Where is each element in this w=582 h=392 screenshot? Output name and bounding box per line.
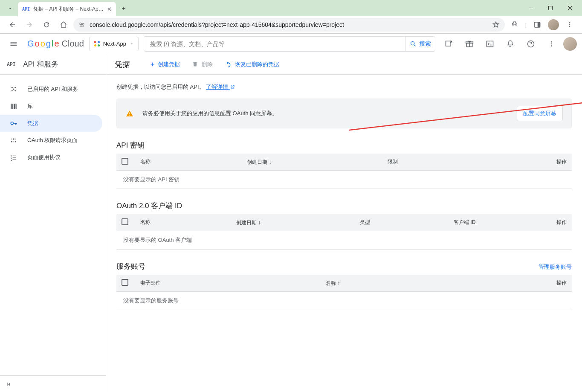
- api-keys-table: 名称 创建日期 ↓ 限制 操作 没有要显示的 API 密钥: [116, 154, 572, 189]
- close-icon[interactable]: ✕: [107, 6, 112, 12]
- svg-rect-31: [15, 139, 16, 140]
- select-all-checkbox[interactable]: [122, 158, 128, 165]
- user-avatar[interactable]: [563, 37, 577, 51]
- more-menu-icon[interactable]: [543, 35, 560, 52]
- svg-rect-35: [8, 382, 8, 386]
- sidebar-item-credentials[interactable]: 凭据: [0, 115, 102, 132]
- maximize-icon[interactable]: [541, 2, 560, 15]
- consent-icon: [9, 136, 18, 144]
- sidebar-item-oauth-consent[interactable]: OAuth 权限请求页面: [0, 132, 106, 149]
- col-name[interactable]: 名称: [135, 214, 231, 231]
- svg-point-9: [569, 26, 570, 27]
- new-tab-button[interactable]: +: [118, 3, 130, 15]
- sidebar-header[interactable]: API API 和服务: [0, 54, 106, 75]
- reload-button[interactable]: [39, 17, 54, 32]
- consent-banner: 请务必使用关于您的应用的信息配置 OAuth 同意屏幕。 配置同意屏幕: [116, 99, 572, 128]
- sidebar-collapse[interactable]: [0, 375, 106, 392]
- home-button[interactable]: [56, 17, 71, 32]
- sidebar-item-enabled-apis[interactable]: 已启用的 API 和服务: [0, 81, 106, 98]
- forward-button[interactable]: [22, 17, 37, 32]
- svg-rect-1: [549, 6, 553, 10]
- undo-icon: [225, 61, 232, 68]
- browser-tab[interactable]: API 凭据 – API 和服务 – Next-App… ✕: [18, 2, 116, 16]
- create-credential-button[interactable]: + 创建凭据: [151, 58, 180, 71]
- col-created[interactable]: 创建日期 ↓: [242, 154, 382, 171]
- svg-point-20: [14, 87, 16, 88]
- sidebar-item-label: 页面使用协议: [27, 154, 61, 161]
- hamburger-menu[interactable]: [5, 35, 22, 52]
- svg-point-7: [569, 22, 570, 23]
- svg-rect-34: [15, 141, 16, 142]
- manage-service-accounts-link[interactable]: 管理服务账号: [539, 263, 572, 271]
- svg-point-28: [11, 122, 13, 125]
- svg-point-22: [14, 90, 16, 91]
- back-button[interactable]: [5, 17, 20, 32]
- col-actions: 操作: [546, 275, 572, 292]
- search-box: 搜索: [144, 36, 435, 52]
- section-title-oauth: OAuth 2.0 客户端 ID: [116, 201, 572, 211]
- col-email[interactable]: 电子邮件: [135, 275, 321, 292]
- browser-profile-avatar[interactable]: [548, 19, 559, 30]
- col-created[interactable]: 创建日期 ↓: [231, 214, 355, 231]
- sidebar-title: API 和服务: [23, 59, 58, 69]
- configure-consent-button[interactable]: 配置同意屏幕: [517, 106, 563, 121]
- window-close-icon[interactable]: [560, 2, 579, 15]
- help-icon[interactable]: [522, 35, 539, 52]
- chevron-left-icon: [6, 381, 12, 387]
- search-icon: [410, 41, 417, 47]
- search-input[interactable]: [144, 37, 405, 51]
- search-button[interactable]: 搜索: [405, 37, 435, 51]
- window-controls: [522, 2, 579, 15]
- side-panel-icon[interactable]: [530, 17, 544, 32]
- svg-rect-32: [11, 141, 12, 142]
- col-client-id[interactable]: 客户端 ID: [449, 214, 546, 231]
- svg-point-4: [80, 26, 81, 27]
- cloud-shell-icon[interactable]: [481, 35, 498, 52]
- notifications-icon[interactable]: [502, 35, 519, 52]
- empty-row: 没有要显示的 OAuth 客户端: [116, 231, 572, 250]
- svg-rect-0: [529, 8, 533, 8]
- svg-rect-33: [13, 141, 14, 142]
- google-cloud-logo[interactable]: Google Cloud: [27, 39, 84, 49]
- svg-point-17: [551, 43, 552, 44]
- url-box[interactable]: console.cloud.google.com/apis/credential…: [73, 18, 505, 32]
- browser-menu-icon[interactable]: [562, 17, 577, 32]
- address-bar: console.cloud.google.com/apis/credential…: [0, 16, 582, 33]
- empty-row: 没有要显示的服务账号: [116, 292, 572, 310]
- svg-point-10: [411, 41, 414, 45]
- extensions-icon[interactable]: [507, 17, 522, 32]
- svg-point-23: [13, 89, 14, 90]
- delete-button[interactable]: 删除: [192, 58, 213, 71]
- col-name[interactable]: 名称 ↑: [321, 275, 546, 292]
- sidebar: API API 和服务 已启用的 API 和服务 库 凭据 OAuth 权限请求…: [0, 54, 106, 392]
- browser-chrome: API 凭据 – API 和服务 – Next-App… ✕ + console…: [0, 0, 582, 34]
- star-icon[interactable]: [492, 21, 500, 29]
- svg-point-19: [12, 87, 13, 88]
- tab-dropdown[interactable]: [4, 3, 16, 15]
- gemini-icon[interactable]: [440, 35, 457, 52]
- learn-more-link[interactable]: 了解详情: [206, 84, 235, 90]
- col-type[interactable]: 类型: [355, 214, 449, 231]
- svg-rect-30: [13, 139, 14, 140]
- sidebar-item-label: 已启用的 API 和服务: [27, 85, 78, 93]
- sort-down-icon: ↓: [269, 158, 272, 165]
- select-all-checkbox[interactable]: [122, 279, 128, 286]
- sidebar-item-page-agreement[interactable]: 页面使用协议: [0, 149, 106, 166]
- tab-favicon: API: [22, 7, 30, 12]
- svg-point-18: [551, 45, 552, 46]
- sidebar-item-library[interactable]: 库: [0, 98, 106, 115]
- select-all-checkbox[interactable]: [122, 218, 128, 225]
- page-title: 凭据: [115, 59, 130, 70]
- svg-point-2: [80, 23, 81, 24]
- col-restrict[interactable]: 限制: [382, 154, 546, 171]
- project-selector[interactable]: Next-App: [89, 37, 139, 51]
- banner-text: 请务必使用关于您的应用的信息配置 OAuth 同意屏幕。: [142, 110, 508, 117]
- col-name[interactable]: 名称: [135, 154, 242, 171]
- tab-title: 凭据 – API 和服务 – Next-App…: [33, 6, 104, 13]
- svg-rect-14: [487, 41, 493, 46]
- restore-deleted-button[interactable]: 恢复已删除的凭据: [225, 58, 279, 71]
- minimize-icon[interactable]: [522, 2, 541, 15]
- section-title-service: 服务账号: [116, 261, 145, 271]
- chevron-down-icon: [130, 42, 134, 46]
- gift-icon[interactable]: [461, 35, 478, 52]
